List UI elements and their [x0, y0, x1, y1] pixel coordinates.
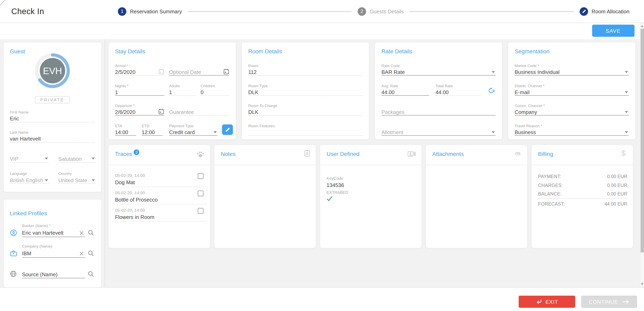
language-select[interactable]: Language British English — [10, 172, 49, 184]
adults-value: 1 — [169, 89, 172, 95]
scroll-up-arrow[interactable] — [641, 25, 644, 27]
guarantee-placeholder: Guarantee — [169, 109, 194, 115]
eta-field[interactable]: ETA 14:00 — [115, 124, 136, 136]
country-label: Country — [58, 171, 72, 176]
search-icon[interactable] — [88, 270, 94, 277]
rate-code-value: BAR Rate — [382, 69, 405, 75]
room-details-card: Room Details Room 112 Room Type DLK Room… — [241, 42, 369, 140]
exit-button[interactable]: EXIT — [519, 296, 575, 308]
departure-field[interactable]: Departure * 2/6/2020 — [115, 104, 164, 116]
eta-value: 14:00 — [115, 129, 128, 135]
company-value: IBM — [22, 250, 31, 256]
step-room-allocation[interactable]: Room Allocation — [580, 7, 630, 16]
room-to-charge-field: Room To Charge DLK — [248, 104, 362, 116]
step-reservation-summary[interactable]: 1 Reservation Summary — [118, 7, 182, 16]
edit-payment-button[interactable] — [222, 124, 233, 135]
charges-value: 0.00 EUR — [607, 183, 627, 188]
booker-field[interactable]: Booker (Name) * Eric van Hartevelt — [10, 223, 95, 237]
keycode-value: 134536 — [326, 182, 344, 188]
card-header-divider — [426, 165, 527, 165]
continue-button[interactable]: CONTINUE — [581, 296, 637, 308]
billing-card: Billing $ PAYMENT: 0.00 EUR CHARGES: 0.0… — [531, 145, 633, 248]
comm-channel-select[interactable]: Comm. Channel * Company — [515, 104, 629, 116]
trace-checkbox[interactable] — [198, 173, 204, 179]
calendar-icon[interactable] — [224, 69, 229, 74]
attachments-card: Attachments — [426, 145, 528, 248]
traces-count-badge: 3 — [134, 149, 140, 155]
optional-date-field[interactable]: Optional Date — [169, 64, 229, 76]
payment-type-value: Credit card — [169, 129, 195, 135]
arrow-right-icon — [622, 299, 630, 304]
user-defined-card: User Defined KeyCode 134536 EXTRABED — [320, 145, 422, 248]
chevron-down-icon — [92, 179, 95, 181]
segmentation-title: Segmentation — [515, 48, 550, 55]
guest-card-title: Guest — [10, 48, 25, 55]
packages-field[interactable]: Packages — [382, 104, 496, 116]
chevron-down-icon — [625, 131, 628, 133]
last-name-value: van Hartevelt — [10, 136, 41, 142]
chevron-down-icon — [625, 71, 628, 73]
rate-code-select[interactable]: Rate Code BAR Rate — [382, 64, 496, 76]
rate-details-card: Rate Details Rate Code BAR Rate Avg. Rat… — [374, 42, 502, 140]
paperclip-icon[interactable] — [514, 151, 522, 156]
save-button[interactable]: SAVE — [592, 25, 634, 37]
payment-type-select[interactable]: Payment Type Credit card — [169, 124, 218, 136]
id-card-icon[interactable] — [408, 151, 416, 157]
chevron-down-icon — [492, 71, 495, 73]
traces-title-text: Traces — [115, 151, 132, 157]
step-guests-details[interactable]: 2 Guests Details — [358, 7, 404, 16]
rate-details-title: Rate Details — [382, 48, 412, 55]
search-icon[interactable] — [88, 250, 94, 256]
etd-field[interactable]: ETD 12:00 — [142, 124, 163, 136]
company-field[interactable]: Company (Name) IBM — [10, 244, 95, 257]
children-label: Children — [200, 84, 215, 88]
traces-title: Traces3 — [115, 151, 140, 158]
paw-icon[interactable] — [196, 151, 204, 158]
chevron-down-icon — [44, 179, 48, 181]
traces-card: Traces3 05-02-20, 14:00 Dog Mat 05-02-20… — [108, 145, 210, 248]
rate-refresh-icon[interactable] — [488, 88, 495, 94]
calendar-icon[interactable] — [159, 109, 164, 114]
country-select[interactable]: Country United States... — [58, 172, 96, 184]
search-icon[interactable] — [88, 229, 94, 236]
distrib-channel-select[interactable]: Distrib. Channel * E-mail — [515, 84, 629, 96]
clipboard-icon[interactable] — [304, 150, 310, 157]
salutation-select[interactable]: Salutation — [58, 151, 96, 163]
avg-rate-field[interactable]: Avg. Rate 44.00 — [382, 84, 429, 96]
scrollbar-thumb[interactable] — [640, 29, 644, 252]
last-name-label: Last Name — [10, 130, 28, 135]
attachments-title: Attachments — [432, 151, 464, 157]
extrabed-label: EXTRABED — [326, 190, 348, 195]
source-field[interactable]: Source (Name) — [10, 265, 95, 278]
travel-reason-select[interactable]: Travel Reason * Business — [515, 124, 629, 136]
nights-field[interactable]: Nights * 1 — [115, 84, 164, 96]
trace-text: Dog Mat — [115, 179, 135, 185]
room-value: 112 — [248, 69, 256, 75]
clear-icon[interactable] — [79, 251, 83, 255]
forecast-value: 44.00 EUR — [604, 202, 627, 206]
guarantee-field: Guarantee — [169, 104, 229, 116]
trace-checkbox[interactable] — [198, 208, 204, 214]
chevron-down-icon — [92, 158, 95, 160]
scroll-down-arrow[interactable] — [641, 283, 644, 285]
eta-label: ETA — [115, 124, 122, 128]
trace-item: 05-02-20, 14:00 Flowers in Room — [115, 204, 207, 222]
clear-icon[interactable] — [79, 231, 83, 235]
arrival-value: 2/5/2020 — [115, 69, 136, 75]
vertical-scrollbar[interactable] — [640, 23, 644, 287]
comm-channel-value: Company — [515, 109, 537, 115]
linked-profiles-card: Linked Profiles Booker (Name) * Eric van… — [3, 199, 102, 287]
step-2-label: Guests Details — [370, 8, 404, 14]
market-code-select[interactable]: Market Code * Business Individual — [515, 64, 629, 76]
arrival-field: Arrival * 2/5/2020 — [115, 64, 164, 76]
market-code-value: Business Individual — [515, 69, 560, 75]
company-label: Company (Name) — [22, 244, 52, 248]
card-header-divider — [108, 165, 210, 165]
rate-code-label: Rate Code — [382, 63, 400, 68]
allotment-select[interactable]: Allotment — [382, 124, 496, 136]
packages-placeholder: Packages — [382, 109, 404, 115]
dollar-icon[interactable]: $ — [622, 149, 626, 158]
trace-checkbox[interactable] — [198, 191, 204, 196]
trace-timestamp: 05-02-20, 14:00 — [115, 173, 145, 178]
vip-select[interactable]: VIP — [10, 151, 49, 163]
